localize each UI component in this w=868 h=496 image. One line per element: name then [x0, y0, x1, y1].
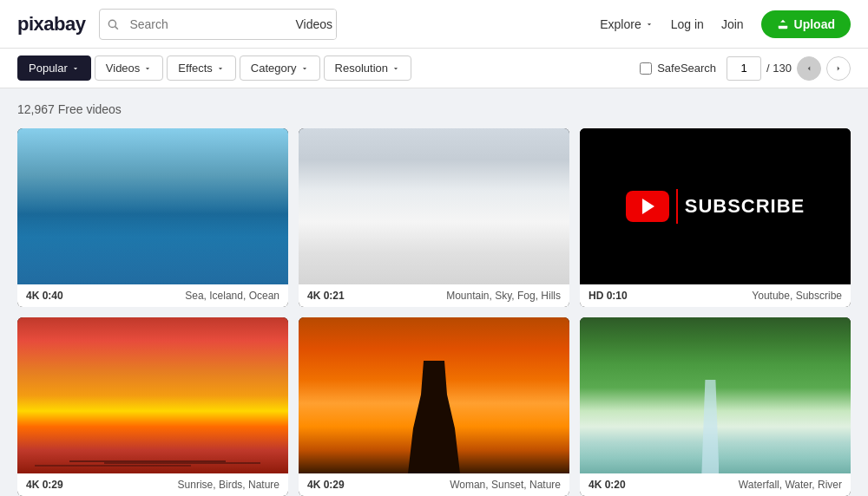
search-icon: [100, 18, 126, 30]
main-content: 12,967 Free videos 4K 0:40 Sea, Iceland,…: [0, 88, 868, 496]
youtube-divider: [676, 189, 678, 224]
video-meta-tags: Sea, Iceland, Ocean: [185, 290, 279, 302]
search-input[interactable]: [126, 17, 285, 31]
login-button[interactable]: Log in: [671, 17, 704, 31]
chevron-down-icon: [216, 64, 225, 73]
page-prev-button[interactable]: [797, 56, 821, 81]
page-input[interactable]: [727, 56, 761, 81]
results-count: 12,967 Free videos: [17, 102, 851, 116]
chevron-left-icon: [805, 64, 813, 73]
video-thumbnail: [580, 317, 851, 473]
video-meta-tags: Waterfall, Water, River: [739, 479, 842, 491]
header: pixabay Videos Explore Log in Join Uploa…: [0, 0, 868, 49]
search-bar: Videos: [99, 9, 336, 40]
video-meta-quality-duration: 4K 0:21: [307, 290, 345, 302]
video-caption: 4K 0:40 Sea, Iceland, Ocean: [17, 284, 288, 307]
filter-bar-right: SafeSearch / 130: [640, 56, 851, 81]
filter-videos-button[interactable]: Videos: [95, 55, 164, 81]
filter-category-button[interactable]: Category: [240, 55, 320, 81]
logo: pixabay: [17, 13, 85, 36]
video-card[interactable]: 4K 0:40 Sea, Iceland, Ocean: [17, 128, 288, 307]
safesearch-label[interactable]: SafeSearch: [640, 62, 716, 75]
video-caption: 4K 0:21 Mountain, Sky, Fog, Hills: [299, 284, 569, 307]
video-caption: 4K 0:20 Waterfall, Water, River: [580, 473, 851, 496]
video-card[interactable]: 4K 0:29 Woman, Sunset, Nature: [299, 317, 569, 496]
video-caption: HD 0:10 Youtube, Subscribe: [580, 284, 851, 307]
search-type-button[interactable]: Videos: [285, 9, 336, 40]
video-meta-quality-duration: 4K 0:29: [307, 479, 345, 491]
video-meta-tags: Mountain, Sky, Fog, Hills: [446, 290, 561, 302]
upload-icon: [777, 18, 789, 30]
svg-point-0: [109, 20, 116, 27]
video-grid: 4K 0:40 Sea, Iceland, Ocean 4K 0:21 Moun…: [17, 128, 851, 496]
chevron-right-icon: [834, 64, 843, 73]
video-card[interactable]: SUBSCRIBE HD 0:10 Youtube, Subscribe: [580, 128, 851, 307]
chevron-down-icon: [391, 64, 400, 73]
filter-bar: Popular Videos Effects Category Resoluti…: [0, 49, 868, 88]
video-caption: 4K 0:29 Woman, Sunset, Nature: [299, 473, 569, 496]
page-next-button[interactable]: [826, 56, 851, 81]
page-navigation: / 130: [727, 56, 851, 81]
video-card[interactable]: 4K 0:21 Mountain, Sky, Fog, Hills: [299, 128, 569, 307]
svg-line-1: [115, 26, 118, 29]
video-meta-quality-duration: 4K 0:40: [26, 290, 63, 302]
subscribe-text: SUBSCRIBE: [685, 195, 806, 218]
video-meta-tags: Youtube, Subscribe: [752, 290, 842, 302]
video-meta-tags: Sunrise, Birds, Nature: [178, 479, 279, 491]
safesearch-checkbox[interactable]: [640, 62, 652, 75]
video-card[interactable]: 4K 0:29 Sunrise, Birds, Nature: [17, 317, 288, 496]
video-meta-quality-duration: 4K 0:29: [26, 479, 63, 491]
chevron-down-icon: [143, 64, 152, 73]
youtube-logo: SUBSCRIBE: [626, 189, 806, 224]
filter-popular-button[interactable]: Popular: [17, 55, 91, 81]
video-caption: 4K 0:29 Sunrise, Birds, Nature: [17, 473, 288, 496]
video-meta-tags: Woman, Sunset, Nature: [450, 479, 561, 491]
join-button[interactable]: Join: [721, 17, 744, 31]
filter-resolution-button[interactable]: Resolution: [324, 55, 411, 81]
video-meta-quality-duration: HD 0:10: [589, 290, 628, 302]
youtube-play-icon: [626, 191, 669, 222]
filter-effects-button[interactable]: Effects: [167, 55, 236, 81]
header-nav: Explore Log in Join Upload: [600, 10, 851, 38]
video-thumbnail: [17, 128, 288, 284]
upload-button[interactable]: Upload: [761, 10, 851, 38]
page-total: / 130: [766, 62, 792, 75]
chevron-down-icon: [71, 64, 80, 73]
explore-button[interactable]: Explore: [600, 17, 653, 31]
chevron-down-icon: [300, 64, 309, 73]
video-thumbnail: [299, 128, 569, 284]
video-thumbnail: [17, 317, 288, 473]
video-card[interactable]: 4K 0:20 Waterfall, Water, River: [580, 317, 851, 496]
video-thumbnail: [299, 317, 569, 473]
video-thumbnail: SUBSCRIBE: [580, 128, 851, 284]
video-meta-quality-duration: 4K 0:20: [589, 479, 626, 491]
